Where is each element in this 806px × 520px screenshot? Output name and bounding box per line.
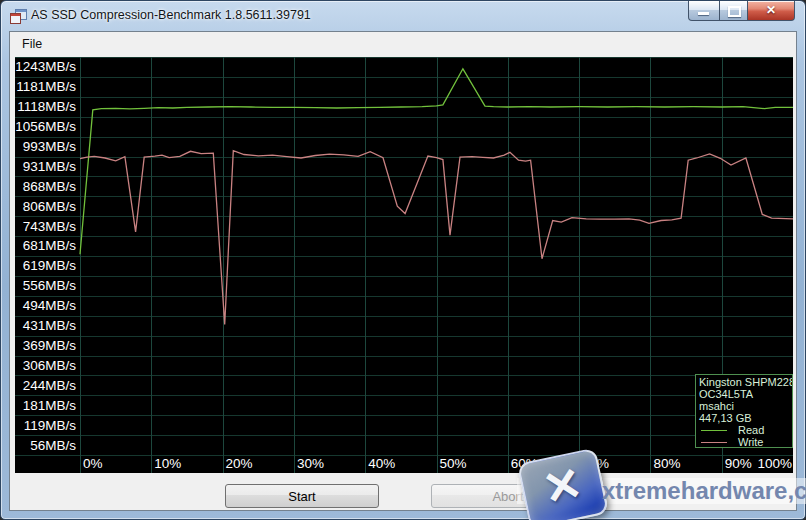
menu-item-file[interactable]: File bbox=[13, 32, 51, 55]
y-tick-label: 181MB/s bbox=[23, 398, 77, 413]
y-tick-label: 306MB/s bbox=[23, 358, 77, 373]
chart-panel: 1243MB/s1181MB/s1118MB/s1056MB/s993MB/s9… bbox=[15, 57, 793, 473]
y-tick-label: 1243MB/s bbox=[15, 59, 76, 74]
y-tick-label: 1056MB/s bbox=[15, 119, 76, 134]
read-line-swatch bbox=[701, 430, 727, 431]
y-tick-label: 1118MB/s bbox=[17, 99, 76, 114]
x-tick-label: 50% bbox=[440, 456, 467, 471]
x-tick-label: 30% bbox=[297, 456, 324, 471]
minimize-button[interactable] bbox=[688, 1, 720, 21]
screenshot-stage: AS SSD Compression-Benchmark 1.8.5611.39… bbox=[0, 0, 806, 520]
y-tick-label: 868MB/s bbox=[23, 179, 77, 194]
x-tick-label: 40% bbox=[368, 456, 395, 471]
y-tick-label: 993MB/s bbox=[23, 139, 77, 154]
x-tick-label: 0% bbox=[83, 456, 103, 471]
maximize-icon bbox=[728, 6, 741, 17]
legend-entry-label: Read bbox=[738, 424, 764, 436]
y-tick-label: 1181MB/s bbox=[16, 79, 76, 94]
x-tick-label: 80% bbox=[653, 456, 680, 471]
y-tick-label: 806MB/s bbox=[23, 199, 77, 214]
close-button[interactable]: ✕ bbox=[748, 1, 795, 21]
x-tick-label: 90% bbox=[725, 456, 752, 471]
start-button[interactable]: Start bbox=[225, 484, 379, 508]
minimize-icon bbox=[698, 12, 709, 15]
close-icon: ✕ bbox=[748, 3, 794, 17]
y-tick-label: 619MB/s bbox=[23, 258, 77, 273]
y-tick-label: 681MB/s bbox=[23, 238, 77, 253]
y-tick-label: 494MB/s bbox=[23, 298, 77, 313]
legend-entry-read: Read bbox=[699, 424, 792, 436]
write-line-swatch bbox=[701, 442, 727, 443]
maximize-button[interactable] bbox=[720, 1, 748, 21]
x-cross-icon: ✕ bbox=[520, 452, 606, 520]
y-tick-label: 556MB/s bbox=[23, 278, 77, 293]
legend-info-line: 447,13 GB bbox=[699, 412, 792, 424]
app-icon-front-window bbox=[10, 13, 21, 24]
window-controls: ✕ bbox=[688, 1, 795, 21]
legend-info-line: Kingston SHPM228 bbox=[699, 376, 792, 388]
legend-entry-label: Write bbox=[738, 436, 763, 448]
y-tick-label: 369MB/s bbox=[23, 338, 77, 353]
y-tick-label: 244MB/s bbox=[23, 378, 77, 393]
y-tick-label: 431MB/s bbox=[23, 318, 77, 333]
y-tick-label: 119MB/s bbox=[24, 418, 77, 433]
app-window: AS SSD Compression-Benchmark 1.8.5611.39… bbox=[0, 0, 806, 520]
x-tick-label: 100% bbox=[757, 456, 792, 471]
watermark-text: xtremehardware,com bbox=[602, 477, 806, 505]
menu-bar: File bbox=[10, 32, 796, 57]
benchmark-line-chart: 1243MB/s1181MB/s1118MB/s1056MB/s993MB/s9… bbox=[15, 57, 793, 473]
client-area: File 1243MB/s1181MB/s1118MB/s1056MB/s993… bbox=[9, 31, 797, 511]
legend-info-line: msahci bbox=[699, 400, 792, 412]
chart-legend: Kingston SHPM228OC34L5TAmsahci447,13 GB … bbox=[695, 374, 793, 448]
legend-entries: ReadWrite bbox=[699, 424, 792, 448]
y-tick-label: 56MB/s bbox=[30, 438, 76, 453]
legend-device-info: Kingston SHPM228OC34L5TAmsahci447,13 GB bbox=[699, 376, 792, 424]
x-tick-label: 20% bbox=[226, 456, 253, 471]
window-title: AS SSD Compression-Benchmark 1.8.5611.39… bbox=[31, 8, 311, 22]
legend-info-line: OC34L5TA bbox=[699, 388, 792, 400]
title-bar[interactable]: AS SSD Compression-Benchmark 1.8.5611.39… bbox=[1, 1, 805, 31]
legend-entry-write: Write bbox=[699, 436, 792, 448]
y-tick-label: 931MB/s bbox=[23, 159, 77, 174]
app-icon bbox=[10, 9, 26, 24]
x-tick-label: 10% bbox=[154, 456, 181, 471]
read-line bbox=[80, 69, 793, 254]
y-tick-label: 743MB/s bbox=[23, 219, 77, 234]
